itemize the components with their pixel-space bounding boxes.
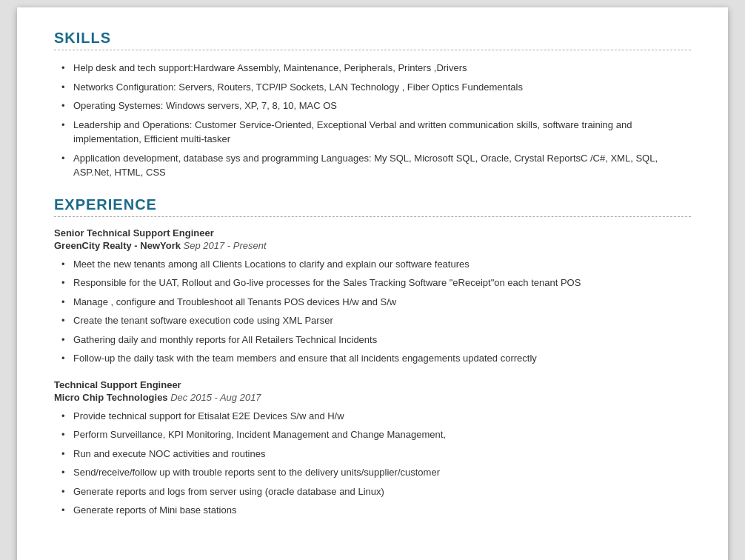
job-bullet-item: Provide technical support for Etisalat E…: [61, 409, 691, 424]
job-bullet-item: Generate reports of Mini base stations: [61, 503, 691, 518]
job-bullet-item: Manage , configure and Troubleshoot all …: [61, 295, 691, 310]
job-block: Senior Technical Support EngineerGreenCi…: [54, 227, 691, 366]
skills-section: SKILLS Help desk and tech support:Hardwa…: [54, 30, 691, 180]
skill-item: Leadership and Operations: Customer Serv…: [61, 118, 691, 147]
job-bullet-item: Run and execute NOC activities and routi…: [61, 447, 691, 461]
job-bullet-item: Perform Surveillance, KPI Monitoring, In…: [61, 427, 691, 442]
experience-section: EXPERIENCE Senior Technical Support Engi…: [54, 196, 691, 518]
skill-item: Application development, database sys an…: [61, 151, 691, 180]
skills-list: Help desk and tech support:Hardware Asse…: [54, 61, 691, 180]
experience-title: EXPERIENCE: [54, 196, 691, 213]
experience-divider: [54, 216, 691, 217]
skills-title: SKILLS: [54, 30, 691, 47]
company-name: Micro Chip Technologies: [54, 392, 168, 403]
job-block: Technical Support EngineerMicro Chip Tec…: [54, 379, 691, 518]
jobs-container: Senior Technical Support EngineerGreenCi…: [54, 227, 691, 518]
job-title: Technical Support Engineer: [54, 379, 691, 390]
job-bullet-item: Meet the new tenants among all Clients L…: [61, 257, 691, 272]
job-bullet-item: Responsible for the UAT, Rollout and Go-…: [61, 276, 691, 290]
job-meta: Micro Chip Technologies Dec 2015 - Aug 2…: [54, 392, 691, 403]
skill-item: Help desk and tech support:Hardware Asse…: [61, 61, 691, 76]
skill-item: Networks Configuration: Servers, Routers…: [61, 80, 691, 95]
job-date: Sep 2017 - Present: [181, 240, 267, 251]
job-bullet-item: Gathering daily and monthly reports for …: [61, 333, 691, 347]
job-bullet-item: Follow-up the daily task with the team m…: [61, 351, 691, 366]
job-bullet-item: Create the tenant software execution cod…: [61, 313, 691, 328]
job-bullets: Provide technical support for Etisalat E…: [54, 409, 691, 518]
job-title: Senior Technical Support Engineer: [54, 227, 691, 239]
job-date: Dec 2015 - Aug 2017: [168, 392, 261, 403]
resume-page: SKILLS Help desk and tech support:Hardwa…: [17, 7, 728, 560]
job-meta: GreenCity Realty - NewYork Sep 2017 - Pr…: [54, 240, 691, 251]
job-bullet-item: Send/receive/follow up with trouble repo…: [61, 465, 691, 480]
company-name: GreenCity Realty - NewYork: [54, 240, 181, 251]
skill-item: Operating Systemes: Windows servers, XP,…: [61, 99, 691, 113]
job-bullet-item: Generate reports and logs from server us…: [61, 484, 691, 499]
skills-divider: [54, 50, 691, 50]
job-bullets: Meet the new tenants among all Clients L…: [54, 257, 691, 366]
